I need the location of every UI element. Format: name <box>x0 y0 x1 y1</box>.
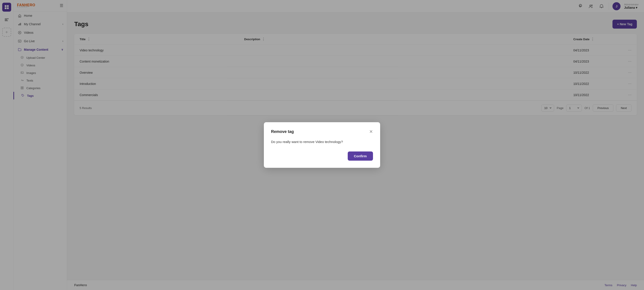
modal-body: Do you really want to remove Video techn… <box>271 139 373 145</box>
modal-overlay[interactable]: Remove tag ✕ Do you really want to remov… <box>0 0 644 290</box>
modal-title: Remove tag <box>271 129 294 134</box>
modal-close-button[interactable]: ✕ <box>369 129 373 134</box>
remove-tag-modal: Remove tag ✕ Do you really want to remov… <box>264 122 380 168</box>
confirm-button[interactable]: Confirm <box>348 151 373 161</box>
modal-footer: Confirm <box>271 151 373 161</box>
modal-header: Remove tag ✕ <box>271 129 373 134</box>
